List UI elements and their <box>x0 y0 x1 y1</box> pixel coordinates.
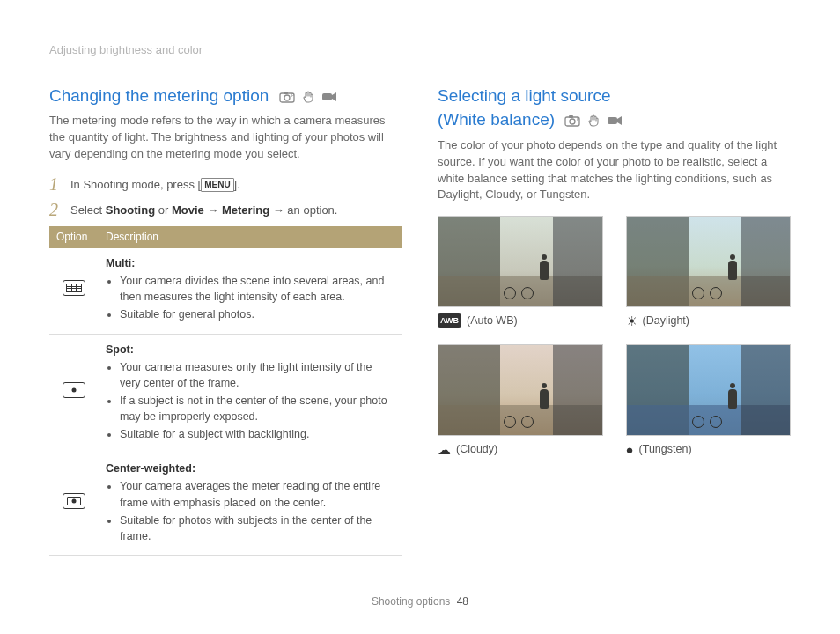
wb-sample-daylight: ☀ (Daylight) <box>626 216 792 328</box>
wb-sample-grid: AWB (Auto WB) ☀ (Daylight) ☁ (Cloudy) <box>438 216 791 457</box>
wb-caption: ☀ (Daylight) <box>626 313 792 328</box>
step-2-number: 2 <box>49 201 63 218</box>
center-weighted-icon <box>63 493 85 509</box>
svg-point-6 <box>570 119 575 124</box>
wb-caption: AWB (Auto WB) <box>438 313 603 328</box>
th-option: Option <box>49 226 99 248</box>
wb-thumb-cloudy <box>438 344 603 436</box>
step-1-number: 1 <box>49 175 63 193</box>
multi-metering-icon <box>63 280 85 296</box>
metering-mode-icons: P <box>279 91 337 103</box>
footer-page-number: 48 <box>457 595 468 608</box>
wb-caption: ☁ (Cloudy) <box>438 441 603 457</box>
camera-p-icon: P <box>279 91 295 103</box>
step-1: 1 In Shooting mode, press [MENU]. <box>49 175 402 194</box>
option-bullet: Your camera divides the scene into sever… <box>120 273 395 305</box>
option-bullet: Suitable for general photos. <box>120 306 395 322</box>
wb-sample-cloudy: ☁ (Cloudy) <box>438 344 603 457</box>
wb-sample-tungsten: ● (Tungsten) <box>626 344 792 457</box>
option-bullet: Suitable for a subject with backlighting… <box>120 426 395 442</box>
option-title: Multi: <box>106 257 135 269</box>
wb-mode-icons: P <box>564 114 623 127</box>
wb-title-line1: Selecting a light source <box>438 86 610 105</box>
camera-p-icon: P <box>564 114 580 127</box>
hand-icon <box>300 91 316 103</box>
spot-metering-icon <box>63 382 85 398</box>
option-title: Spot: <box>106 343 134 356</box>
wb-title-line2: (White balance) <box>438 110 555 129</box>
bulb-icon: ● <box>626 443 634 456</box>
right-column: Selecting a light source (White balance)… <box>438 84 791 556</box>
svg-point-1 <box>284 95 290 100</box>
step-2: 2 Select Shooting or Movie → Metering → … <box>49 201 402 219</box>
wb-sample-auto: AWB (Auto WB) <box>438 216 603 328</box>
option-bullet: Suitable for photos with subjects in the… <box>120 512 395 544</box>
option-bullet: Your camera averages the meter reading o… <box>120 478 395 510</box>
awb-badge-icon: AWB <box>438 313 461 328</box>
metering-title: Changing the metering option P <box>49 84 402 108</box>
svg-rect-4 <box>322 93 332 100</box>
wb-label: (Cloudy) <box>456 441 497 457</box>
page-footer: Shooting options 48 <box>0 594 840 609</box>
wb-thumb-auto <box>438 216 603 307</box>
video-icon <box>321 91 337 103</box>
wb-label: (Auto WB) <box>467 313 518 328</box>
menu-button-icon: MENU <box>201 178 233 193</box>
metering-intro: The metering mode refers to the way in w… <box>49 113 402 163</box>
svg-rect-9 <box>608 117 617 124</box>
wb-thumb-tungsten <box>626 344 792 436</box>
svg-rect-7 <box>569 115 573 118</box>
table-row: Spot: Your camera measures only the ligh… <box>49 334 402 453</box>
table-row: Center-weighted: Your camera averages th… <box>49 453 402 556</box>
sun-icon: ☀ <box>626 314 637 328</box>
wb-caption: ● (Tungsten) <box>626 441 792 457</box>
th-description: Description <box>99 226 402 248</box>
video-icon <box>607 114 623 127</box>
wb-intro: The color of your photo depends on the t… <box>438 137 791 203</box>
option-bullet: If a subject is not in the center of the… <box>120 393 395 424</box>
metering-options-table: Option Description Multi: Your camera di… <box>49 226 402 556</box>
step-2-text: Select Shooting or Movie → Metering → an… <box>70 201 337 219</box>
step-1-text: In Shooting mode, press [MENU]. <box>70 175 240 194</box>
option-bullet: Your camera measures only the light inte… <box>120 359 395 391</box>
table-row: Multi: Your camera divides the scene int… <box>49 248 402 334</box>
wb-thumb-daylight <box>626 216 792 307</box>
option-title: Center-weighted: <box>106 462 195 475</box>
breadcrumb: Adjusting brightness and color <box>49 42 791 59</box>
hand-icon <box>586 114 601 127</box>
svg-rect-2 <box>284 92 288 94</box>
metering-title-text: Changing the metering option <box>49 86 269 105</box>
wb-label: (Tungsten) <box>639 441 692 457</box>
white-balance-title: Selecting a light source (White balance)… <box>438 84 791 132</box>
cloud-icon: ☁ <box>438 443 451 456</box>
footer-section: Shooting options <box>372 595 450 608</box>
left-column: Changing the metering option P The meter… <box>49 84 402 556</box>
wb-label: (Daylight) <box>643 313 690 328</box>
